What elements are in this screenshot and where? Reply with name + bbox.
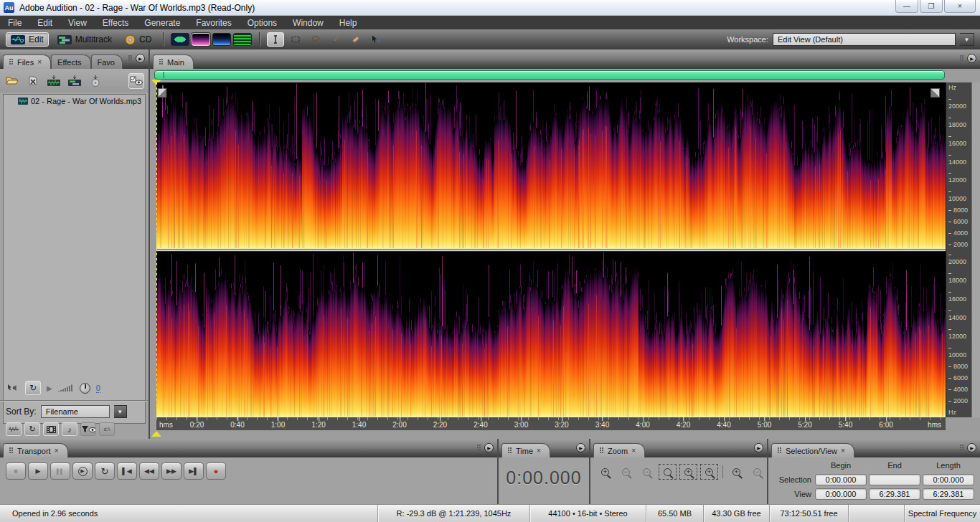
time-selection-tool-button[interactable] bbox=[267, 32, 284, 47]
spectral-pan-view-toggle[interactable] bbox=[212, 33, 231, 46]
show-video-files-button[interactable] bbox=[43, 422, 59, 436]
show-full-path-button[interactable]: c:\ bbox=[99, 422, 115, 436]
menu-help[interactable]: Help bbox=[331, 16, 365, 29]
zoom-to-selection-button[interactable] bbox=[659, 464, 677, 480]
spot-healing-brush-tool-button[interactable] bbox=[347, 32, 364, 47]
vertical-zoom-in-button[interactable]: + bbox=[727, 464, 745, 480]
tab-close-icon[interactable]: × bbox=[37, 58, 42, 66]
go-to-beginning-button[interactable]: ▌◀ bbox=[117, 462, 137, 480]
effects-paintbrush-tool-button[interactable] bbox=[327, 32, 344, 47]
status-display-mode[interactable]: Spectral Frequency bbox=[904, 505, 980, 522]
sort-by-dropdown-arrow[interactable]: ▼ bbox=[114, 405, 127, 418]
playhead-marker-bottom[interactable] bbox=[151, 431, 161, 437]
menu-edit[interactable]: Edit bbox=[29, 16, 60, 29]
spectral-frequency-view-toggle[interactable] bbox=[192, 33, 210, 46]
overview-navigation-bar[interactable] bbox=[154, 70, 945, 80]
autoplay-icon[interactable] bbox=[7, 383, 19, 393]
overview-left-handle[interactable] bbox=[163, 72, 164, 78]
filter-options-button[interactable] bbox=[80, 422, 96, 436]
restore-button[interactable]: ❐ bbox=[920, 0, 943, 13]
zoom-in-horizontal-button[interactable]: + bbox=[596, 464, 614, 480]
play-button[interactable]: ▶ bbox=[28, 462, 48, 480]
menu-favorites[interactable]: Favorites bbox=[188, 16, 239, 29]
loop-playback-button[interactable]: ↻ bbox=[25, 381, 41, 395]
show-midi-files-button[interactable]: ♪ bbox=[62, 422, 77, 436]
show-options-button[interactable] bbox=[128, 73, 144, 89]
waveform-view-toggle[interactable] bbox=[171, 33, 189, 46]
tab-effects[interactable]: Effects bbox=[51, 54, 90, 69]
menu-options[interactable]: Options bbox=[240, 16, 285, 29]
panel-menu-button[interactable]: ▶ bbox=[754, 443, 763, 452]
tab-close-icon[interactable]: × bbox=[55, 447, 59, 455]
display-corner-handle-right[interactable] bbox=[930, 88, 940, 98]
playhead-line[interactable] bbox=[156, 82, 157, 417]
close-button[interactable]: × bbox=[944, 0, 976, 13]
time-ruler[interactable]: hms 0:20 0:40 1:00 1:20 1:40 2:00 2:20 2… bbox=[156, 417, 946, 430]
tab-zoom[interactable]: Zoom × bbox=[593, 443, 645, 457]
view-length-field[interactable]: 6:29.381 bbox=[923, 488, 974, 500]
tab-selection-view[interactable]: Selection/View × bbox=[771, 443, 854, 457]
import-file-button[interactable] bbox=[4, 73, 20, 89]
spectral-display[interactable] bbox=[156, 82, 946, 417]
insert-into-multitrack-button[interactable] bbox=[46, 73, 62, 89]
spectrogram-canvas[interactable] bbox=[156, 82, 946, 417]
selection-length-field[interactable]: 0:00.000 bbox=[923, 474, 974, 485]
file-list[interactable]: 02 - Rage - War Of Worlds.mp3 bbox=[3, 94, 146, 424]
title-bar[interactable]: Au Adobe Audition - 02 - Rage - War Of W… bbox=[0, 0, 980, 16]
cd-view-button[interactable]: CD bbox=[121, 33, 156, 47]
tab-transport[interactable]: Transport × bbox=[3, 443, 68, 457]
close-file-button[interactable] bbox=[25, 73, 41, 89]
insert-into-multitrack-session-button[interactable] bbox=[67, 73, 83, 89]
show-audio-files-button[interactable] bbox=[6, 422, 22, 436]
insert-into-cd-button[interactable] bbox=[88, 73, 103, 89]
zoom-out-horizontal-button[interactable]: − bbox=[617, 464, 635, 480]
edit-view-button[interactable]: Edit bbox=[6, 32, 49, 47]
tab-files[interactable]: Files × bbox=[3, 54, 51, 69]
menu-generate[interactable]: Generate bbox=[136, 16, 188, 29]
file-list-item[interactable]: 02 - Rage - War Of Worlds.mp3 bbox=[4, 95, 145, 108]
display-corner-handle-left[interactable] bbox=[158, 88, 167, 98]
panel-menu-button[interactable]: ▶ bbox=[967, 54, 976, 63]
panel-menu-button[interactable]: ▶ bbox=[967, 443, 976, 452]
spectral-phase-view-toggle[interactable] bbox=[233, 33, 252, 46]
tab-close-icon[interactable]: × bbox=[841, 447, 845, 455]
volume-bars-icon[interactable] bbox=[58, 384, 74, 392]
go-to-end-button[interactable]: ▶▌ bbox=[184, 462, 204, 480]
frequency-ruler[interactable]: Hz 20000 18000 16000 14000 12000 10000 8… bbox=[946, 82, 971, 417]
selection-end-field[interactable] bbox=[869, 474, 920, 485]
stop-button[interactable]: ■ bbox=[6, 462, 26, 480]
record-button[interactable]: ● bbox=[206, 462, 226, 480]
play-looped-button[interactable]: ↻ bbox=[95, 462, 115, 480]
preview-volume-value[interactable]: 0 bbox=[96, 384, 100, 393]
lasso-selection-tool-button[interactable] bbox=[307, 32, 324, 47]
menu-file[interactable]: File bbox=[0, 16, 29, 29]
panel-menu-button[interactable]: ▶ bbox=[576, 443, 585, 452]
tab-close-icon[interactable]: × bbox=[631, 447, 636, 455]
workspace-dropdown[interactable]: Edit View (Default) bbox=[773, 33, 956, 46]
panel-menu-button[interactable]: ▶ bbox=[484, 443, 494, 452]
workspace-dropdown-arrow[interactable]: ▼ bbox=[960, 33, 974, 46]
zoom-selection-right-button[interactable]: + bbox=[700, 464, 718, 480]
panel-menu-button[interactable]: ▶ bbox=[136, 54, 145, 63]
scrub-tool-button[interactable] bbox=[367, 32, 385, 47]
tab-time[interactable]: Time × bbox=[501, 443, 550, 457]
sort-by-dropdown[interactable]: Filename bbox=[41, 405, 110, 418]
vertical-zoom-out-button[interactable]: − bbox=[748, 464, 766, 480]
view-begin-field[interactable]: 0:00.000 bbox=[815, 488, 867, 500]
fast-forward-button[interactable]: ▶▶ bbox=[161, 462, 182, 480]
preview-volume-knob[interactable] bbox=[80, 383, 90, 394]
view-end-field[interactable]: 6:29.381 bbox=[869, 488, 920, 500]
zoom-selection-left-button[interactable]: + bbox=[679, 464, 697, 480]
preview-play-button[interactable]: ▶ bbox=[47, 384, 52, 392]
menu-window[interactable]: Window bbox=[285, 16, 331, 29]
multitrack-view-button[interactable]: Multitrack bbox=[53, 33, 116, 46]
tab-main[interactable]: Main bbox=[153, 54, 194, 69]
tab-favorites[interactable]: Favo bbox=[91, 54, 123, 69]
play-from-cursor-button[interactable]: ▶ bbox=[72, 462, 93, 480]
menu-view[interactable]: View bbox=[60, 16, 95, 29]
zoom-out-full-button[interactable]: − bbox=[638, 464, 656, 480]
rewind-button[interactable]: ◀◀ bbox=[139, 462, 159, 480]
selection-begin-field[interactable]: 0:00.000 bbox=[815, 474, 867, 485]
menu-effects[interactable]: Effects bbox=[95, 16, 136, 29]
tab-close-icon[interactable]: × bbox=[537, 447, 541, 455]
